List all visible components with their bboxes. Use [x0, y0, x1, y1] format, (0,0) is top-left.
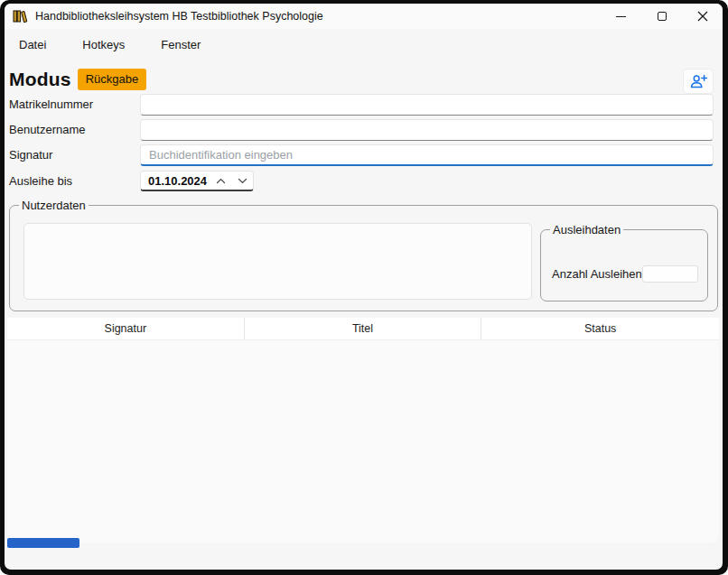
- menubar: Datei Hotkeys Fenster: [5, 31, 723, 58]
- ausleihe-bis-row: Ausleihe bis 01.10.2024: [9, 171, 714, 192]
- column-header-signatur[interactable]: Signatur: [7, 318, 245, 339]
- add-user-button[interactable]: [683, 69, 714, 94]
- benutzername-label: Benutzername: [9, 119, 86, 141]
- window-content: Handbibliotheksleihsystem HB Testbibliot…: [5, 4, 723, 570]
- mode-row: Modus Rückgabe: [9, 63, 718, 96]
- titlebar[interactable]: Handbibliotheksleihsystem HB Testbibliot…: [5, 4, 723, 29]
- minimize-button[interactable]: [601, 4, 641, 29]
- signatur-row: Signatur: [9, 144, 714, 166]
- app-window: Handbibliotheksleihsystem HB Testbibliot…: [0, 0, 728, 575]
- date-spin-down-button[interactable]: [231, 172, 253, 190]
- ausleihe-bis-datepicker[interactable]: 01.10.2024: [140, 171, 254, 191]
- maximize-icon: [658, 12, 667, 21]
- column-header-titel[interactable]: Titel: [245, 318, 482, 339]
- horizontal-scrollbar-thumb[interactable]: [7, 538, 79, 548]
- mode-badge: Rückgabe: [78, 69, 147, 90]
- close-icon: [697, 11, 708, 22]
- minimize-icon: [616, 16, 626, 17]
- menu-hotkeys[interactable]: Hotkeys: [78, 36, 129, 53]
- window-title: Handbibliotheksleihsystem HB Testbibliot…: [35, 10, 323, 23]
- benutzername-input[interactable]: [140, 119, 714, 141]
- table-body: [7, 340, 719, 543]
- chevron-up-icon: [216, 178, 226, 184]
- benutzername-row: Benutzername: [9, 119, 714, 141]
- window-controls: [601, 4, 723, 29]
- menu-datei[interactable]: Datei: [14, 36, 51, 53]
- chevron-down-icon: [238, 178, 247, 184]
- ausleihdaten-title: Ausleihdaten: [550, 223, 623, 236]
- close-button[interactable]: [682, 4, 723, 29]
- mode-heading: Modus: [9, 69, 71, 90]
- signatur-label: Signatur: [9, 144, 52, 166]
- signatur-input[interactable]: [140, 144, 714, 166]
- ausleihe-bis-value: 01.10.2024: [141, 174, 210, 188]
- column-header-status[interactable]: Status: [481, 318, 719, 339]
- matrikelnummer-input[interactable]: [140, 94, 714, 116]
- table-header: Signatur Titel Status: [7, 318, 719, 340]
- nutzerdaten-textarea[interactable]: [23, 223, 532, 300]
- maximize-button[interactable]: [641, 4, 682, 29]
- books-icon: [13, 9, 28, 23]
- loans-table: Signatur Titel Status: [7, 318, 719, 543]
- ausleihdaten-groupbox: Ausleihdaten Anzahl Ausleihen: [540, 229, 708, 301]
- matrikelnummer-label: Matrikelnummer: [9, 94, 93, 116]
- nutzerdaten-title: Nutzerdaten: [19, 199, 89, 212]
- person-add-icon: [690, 74, 707, 88]
- nutzerdaten-groupbox: Nutzerdaten Ausleihdaten Anzahl Ausleihe…: [9, 205, 718, 311]
- anzahl-ausleihen-row: Anzahl Ausleihen: [552, 264, 698, 283]
- matrikelnummer-row: Matrikelnummer: [9, 94, 714, 116]
- anzahl-ausleihen-label: Anzahl Ausleihen: [552, 267, 642, 281]
- date-spin-up-button[interactable]: [210, 172, 231, 190]
- ausleihe-bis-label: Ausleihe bis: [9, 171, 72, 192]
- menu-fenster[interactable]: Fenster: [156, 36, 205, 53]
- anzahl-ausleihen-input[interactable]: [642, 265, 698, 283]
